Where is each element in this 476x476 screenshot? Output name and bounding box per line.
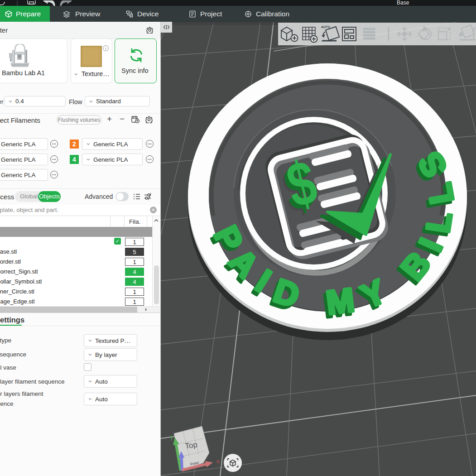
svg-text:Top: Top (184, 440, 198, 451)
svg-text:y: y (170, 433, 173, 440)
svg-text:Base: Base (397, 0, 409, 6)
svg-text:AUTO: AUTO (321, 25, 330, 29)
svg-text:x: x (216, 458, 220, 465)
